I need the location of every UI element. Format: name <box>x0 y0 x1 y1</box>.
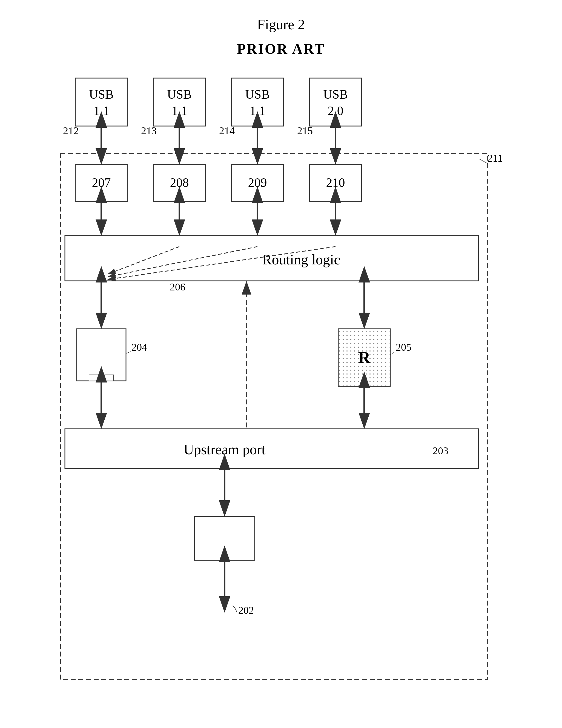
svg-text:USB: USB <box>245 87 270 101</box>
svg-rect-29 <box>232 164 283 201</box>
svg-text:203: 203 <box>433 445 448 456</box>
svg-text:206: 206 <box>170 281 186 293</box>
svg-text:1.1: 1.1 <box>93 104 109 118</box>
svg-text:1.1: 1.1 <box>250 104 266 118</box>
svg-rect-27 <box>153 164 206 201</box>
svg-text:209: 209 <box>248 176 267 190</box>
svg-text:R: R <box>358 348 371 367</box>
svg-text:204: 204 <box>132 341 147 353</box>
svg-rect-48 <box>77 329 126 381</box>
svg-text:2.0: 2.0 <box>327 104 343 118</box>
svg-rect-11 <box>232 78 283 126</box>
svg-text:215: 215 <box>297 125 313 136</box>
svg-text:USB: USB <box>167 87 192 101</box>
svg-line-51 <box>126 352 131 353</box>
svg-rect-5 <box>75 78 127 126</box>
svg-rect-37 <box>65 236 478 281</box>
svg-text:207: 207 <box>92 176 111 190</box>
svg-text:211: 211 <box>487 152 503 164</box>
svg-rect-55 <box>339 330 389 386</box>
svg-text:Upstream port: Upstream port <box>184 442 266 457</box>
svg-text:202: 202 <box>238 604 254 616</box>
svg-line-44 <box>108 247 335 279</box>
svg-text:USB: USB <box>323 87 347 101</box>
svg-text:213: 213 <box>141 125 157 136</box>
svg-rect-14 <box>309 78 361 126</box>
svg-text:212: 212 <box>63 125 79 136</box>
svg-rect-65 <box>195 516 255 560</box>
svg-rect-31 <box>309 164 361 201</box>
svg-rect-52 <box>338 329 390 386</box>
svg-text:Routing logic: Routing logic <box>263 252 340 267</box>
prior-art-label: PRIOR ART <box>0 41 562 57</box>
svg-line-42 <box>108 247 179 274</box>
svg-rect-8 <box>153 78 206 126</box>
svg-rect-49 <box>89 375 114 381</box>
svg-text:USB: USB <box>89 87 113 101</box>
svg-rect-4 <box>60 153 487 680</box>
svg-line-41 <box>479 159 487 163</box>
svg-rect-25 <box>75 164 127 201</box>
svg-line-43 <box>108 247 258 277</box>
figure-title: Figure 2 <box>0 0 562 33</box>
svg-rect-53 <box>339 330 389 386</box>
svg-text:214: 214 <box>219 125 235 136</box>
svg-text:205: 205 <box>396 341 411 353</box>
svg-text:1.1: 1.1 <box>172 104 187 118</box>
svg-line-58 <box>390 352 395 355</box>
svg-text:208: 208 <box>170 176 189 190</box>
svg-text:210: 210 <box>326 176 345 190</box>
svg-rect-61 <box>65 429 478 469</box>
